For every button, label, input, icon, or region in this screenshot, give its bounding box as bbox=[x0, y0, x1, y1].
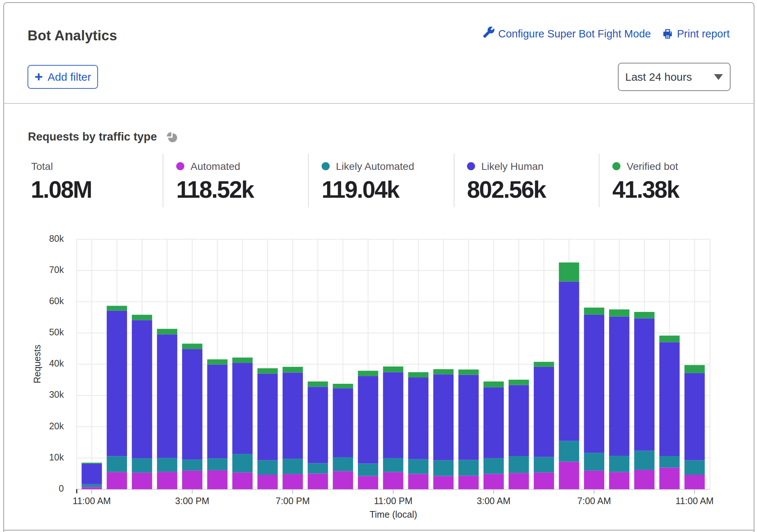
svg-text:40k: 40k bbox=[49, 358, 64, 368]
svg-text:10k: 10k bbox=[49, 452, 64, 462]
svg-text:Requests: Requests bbox=[32, 345, 42, 383]
svg-text:7:00 AM: 7:00 AM bbox=[577, 496, 611, 506]
svg-text:11:00 AM: 11:00 AM bbox=[73, 496, 111, 506]
svg-text:7:00 PM: 7:00 PM bbox=[276, 496, 310, 506]
svg-text:3:00 PM: 3:00 PM bbox=[175, 496, 209, 506]
svg-text:50k: 50k bbox=[49, 327, 64, 337]
svg-text:3:00 AM: 3:00 AM bbox=[477, 496, 511, 506]
svg-text:0: 0 bbox=[59, 483, 64, 493]
svg-text:Time (local): Time (local) bbox=[370, 509, 417, 520]
svg-text:11:00 PM: 11:00 PM bbox=[374, 496, 412, 506]
svg-text:30k: 30k bbox=[49, 389, 64, 400]
svg-text:60k: 60k bbox=[49, 296, 64, 306]
svg-text:20k: 20k bbox=[49, 421, 64, 431]
svg-text:11:00 AM: 11:00 AM bbox=[675, 496, 714, 506]
svg-text:70k: 70k bbox=[49, 265, 64, 275]
svg-text:80k: 80k bbox=[49, 233, 64, 244]
